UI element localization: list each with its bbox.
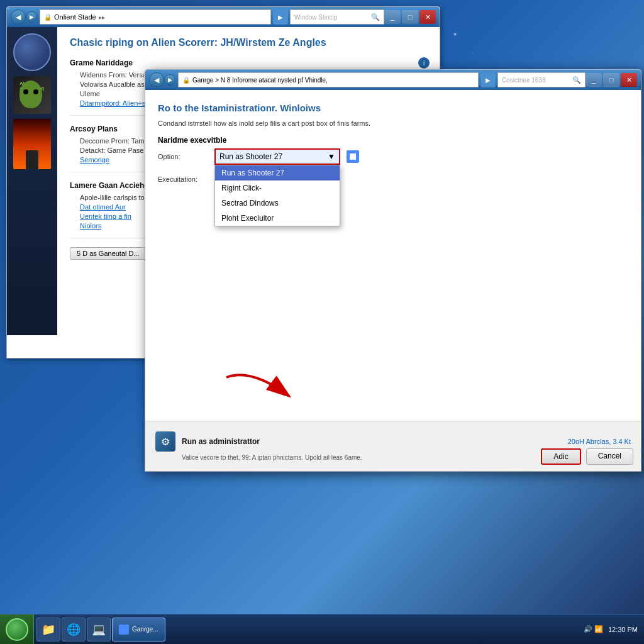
- bg-window-sidebar: ALIEN SHOOTER: [7, 27, 57, 335]
- dropdown-item-2[interactable]: Rigint Click-: [215, 180, 340, 196]
- fg-address-bar[interactable]: 🔒 Ganrge > N 8 Inforome atacat nysted pf…: [178, 72, 479, 87]
- taskbar-active-icon: [119, 625, 129, 635]
- fg-search-icon[interactable]: 🔍: [572, 76, 581, 84]
- start-orb: [6, 618, 28, 641]
- star-decoration: ★: [453, 31, 457, 37]
- alien-icon: ALIEN SHOOTER: [19, 79, 45, 111]
- taskbar-active-label: Ganrge...: [132, 626, 158, 633]
- program-icon: ⚙: [155, 431, 175, 452]
- back-button[interactable]: ◀: [11, 9, 26, 25]
- fg-close-button[interactable]: ✕: [621, 73, 637, 87]
- program-details: Run as administrattor: [182, 437, 260, 446]
- dialog-button-group: Adic Cancel: [541, 448, 633, 465]
- option-dropdown-container: Run as Shooter 27 ▼ Run as Shooter 27 Ri…: [214, 148, 340, 165]
- fg-window-title: Ro to the Istaministrationr. Winloiws: [158, 103, 628, 113]
- fg-dialog-bottom: ⚙ Run as administrattor 20oH Abrclas, 3.…: [145, 421, 641, 471]
- program-date: 20oH Abrclas, 3.4 Kt: [568, 438, 631, 445]
- tower-silhouette: [26, 150, 38, 169]
- fg-section-label: Naridme execvitble: [158, 136, 628, 145]
- address-arrows: ▸▸: [99, 14, 105, 21]
- go-button[interactable]: ▶: [273, 9, 288, 25]
- dropdown-arrow-icon: ▼: [328, 152, 335, 161]
- taskbar-item-explorer[interactable]: 📁: [36, 618, 60, 641]
- bg-search-bar[interactable]: Window Stincip 🔍: [290, 9, 384, 25]
- star-decoration-2: ·: [472, 50, 473, 56]
- folder-icon: 📁: [42, 623, 55, 636]
- taskbar-tray: 🔊 📶 12:30 PM: [577, 625, 644, 633]
- option-dropdown-selected[interactable]: Run as Shooter 27 ▼: [214, 148, 340, 165]
- globe-icon: [13, 33, 51, 71]
- program-icon-glyph: ⚙: [161, 436, 170, 448]
- option-selected-text: Run as Shooter 27: [219, 152, 282, 161]
- alien-face: [19, 80, 42, 108]
- fg-window-titlebar: ◀ ▶ 🔒 Ganrge > N 8 Inforome atacat nyste…: [145, 70, 641, 90]
- bg-win-controls: _ □ ✕: [384, 10, 436, 24]
- taskbar-item-browser[interactable]: 🌐: [62, 618, 86, 641]
- dropdown-item-1[interactable]: Run as Shooter 27: [215, 165, 340, 180]
- bg-minimize-button[interactable]: _: [384, 10, 401, 24]
- fg-search-text: Cosictnee 1638: [502, 77, 546, 84]
- taskbar-items: 📁 🌐 💻 Ganrge...: [34, 618, 577, 641]
- desktop: ★ · · ◀ ▶ 🔒 Onlient Stade ▸▸ ▶ Window St…: [0, 0, 644, 644]
- option-field: Option: Run as Shooter 27 ▼ Run as Shoot…: [158, 148, 628, 165]
- fg-window-content: Ro to the Istaministrationr. Winloiws Co…: [145, 90, 641, 206]
- bg-bottom-button[interactable]: 5 D as Ganeutal D...: [70, 247, 147, 260]
- alien-eye-right: [33, 89, 38, 94]
- fg-back-button[interactable]: ◀: [149, 72, 164, 87]
- tray-icons: 🔊 📶: [584, 625, 603, 633]
- bg-close-button[interactable]: ✕: [419, 10, 436, 24]
- taskbar-item-3[interactable]: 💻: [87, 618, 111, 641]
- execution-label: Execuitation:: [158, 175, 208, 183]
- option-icon: [347, 150, 359, 163]
- fg-win-controls: _ □ ✕: [586, 73, 637, 87]
- globe-taskbar-icon: 🌐: [67, 623, 80, 636]
- bg-address-bar[interactable]: 🔒 Onlient Stade ▸▸: [40, 9, 271, 25]
- alien-eye-left: [23, 89, 28, 94]
- taskbar-clock: 12:30 PM: [608, 626, 638, 633]
- option-dropdown-menu: Run as Shooter 27 Rigint Click- Sectrad …: [214, 165, 340, 226]
- fg-go-button[interactable]: ▶: [480, 72, 496, 87]
- cancel-button[interactable]: Cancel: [586, 448, 633, 465]
- option-label: Option:: [158, 153, 208, 160]
- bg-maximize-button[interactable]: □: [402, 10, 418, 24]
- fg-address-text: Ganrge > N 8 Inforome atacat nysted pf V…: [192, 77, 328, 84]
- game-icon: ALIEN SHOOTER: [13, 76, 51, 114]
- bg-window-titlebar: ◀ ▶ 🔒 Onlient Stade ▸▸ ▶ Window Stincip …: [7, 7, 440, 27]
- bg-address-text: Onlient Stade: [54, 13, 96, 21]
- fg-minimize-button[interactable]: _: [586, 73, 602, 87]
- bg-search-text: Window Stincip: [294, 14, 337, 21]
- fg-forward-button[interactable]: ▶: [164, 74, 175, 86]
- bg-search-icon[interactable]: 🔍: [371, 13, 380, 21]
- app-icon: 💻: [92, 623, 106, 636]
- taskbar: 📁 🌐 💻 Ganrge... 🔊 📶 12:30 PM: [0, 614, 644, 644]
- foreground-window: ◀ ▶ 🔒 Ganrge > N 8 Inforome atacat nyste…: [145, 69, 641, 472]
- fg-search-bar[interactable]: Cosictnee 1638 🔍: [497, 72, 586, 87]
- start-button[interactable]: [0, 614, 34, 645]
- program-name: Run as administrattor: [182, 437, 260, 446]
- info-icon[interactable]: i: [418, 57, 430, 69]
- adic-button[interactable]: Adic: [541, 448, 580, 465]
- fg-window-desc: Condand istrrstell how als inold selp fi…: [158, 119, 628, 127]
- forward-button[interactable]: ▶: [26, 11, 37, 23]
- fire-background: [13, 119, 51, 169]
- section-nariddage-title: Grame Nariddage: [70, 58, 427, 67]
- dropdown-item-3[interactable]: Sectrad Dindows: [215, 196, 340, 211]
- bg-content-title: Chasic riping on Alien Scorerr: JH/Wirst…: [70, 37, 427, 48]
- fg-lock-icon: 🔒: [182, 77, 190, 84]
- option-icon-inner: [350, 153, 356, 160]
- dropdown-item-4[interactable]: Ploht Execiultor: [215, 211, 340, 226]
- taskbar-active-item[interactable]: Ganrge...: [112, 618, 165, 641]
- lock-icon: 🔒: [44, 14, 52, 21]
- fg-maximize-button[interactable]: □: [603, 73, 619, 87]
